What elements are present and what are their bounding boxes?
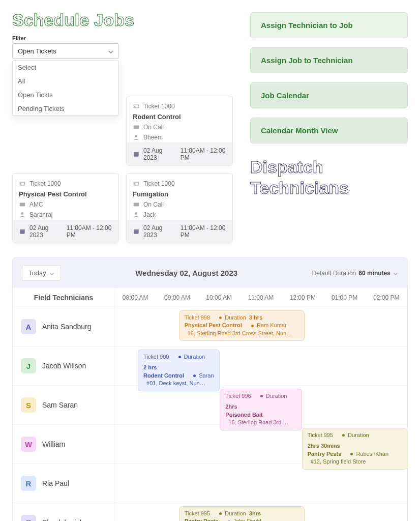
- assign-technician-to-job-button[interactable]: Assign Technician to Job: [250, 12, 408, 38]
- job-contact: John David: [233, 517, 261, 521]
- timeline-date: Wednesday 02, August 2023: [135, 269, 237, 277]
- technician-row: SSam SaranTicket 996 Duration 2hrsPoison…: [13, 386, 407, 425]
- time-column-header: 10:00 AM: [198, 288, 240, 307]
- job-duration: 2hrs: [225, 403, 237, 411]
- technician-name: Ria Paul: [42, 479, 69, 487]
- job-duration-label: Duration: [225, 314, 246, 322]
- svg-point-5: [135, 135, 138, 137]
- timeline-lane[interactable]: Ticket 996 Duration 2hrsPoisoned Bait 16…: [114, 386, 407, 424]
- job-card[interactable]: Ticket 996 Duration 2hrsPoisoned Bait 16…: [220, 389, 302, 430]
- svg-rect-4: [134, 126, 139, 129]
- assign-job-to-technician-button[interactable]: Assign Job to Technician: [250, 47, 408, 73]
- ticket-icon: [19, 180, 26, 187]
- ticket-time: 11:00AM - 12:00 PM: [67, 224, 112, 239]
- ticket-date: 02 Aug 2023: [143, 147, 171, 161]
- technician-name: Shank harish: [42, 518, 84, 521]
- time-column-header: 09:00 AM: [156, 288, 198, 307]
- job-duration: 2 hrs: [143, 364, 157, 371]
- ticket-technician: Jack: [143, 211, 156, 218]
- technician-cell[interactable]: SSam Saran: [13, 389, 114, 421]
- technician-name: William: [42, 440, 65, 448]
- job-card[interactable]: Ticket 900 Duration 2 hrsRodent Control …: [138, 350, 220, 391]
- timeline-lane[interactable]: Ticket 998 Duration 3 hrsPhysical Pest C…: [114, 307, 407, 346]
- filter-option[interactable]: Select: [13, 61, 118, 74]
- filter-option[interactable]: Open Tickts: [13, 88, 118, 102]
- filter-dropdown[interactable]: SelectAllOpen TicktsPending Tickets: [12, 60, 119, 116]
- job-service: Pantry Pests: [308, 450, 342, 458]
- ticket-service: Physical Pest Control: [13, 189, 118, 199]
- job-service: Poisoned Bait: [225, 411, 262, 419]
- timeline-lane[interactable]: Ticket 900 Duration 2 hrsRodent Control …: [114, 346, 407, 385]
- svg-point-13: [135, 212, 138, 215]
- calendar-icon: [19, 228, 26, 235]
- technician-cell[interactable]: AAnita Sandburg: [13, 311, 114, 342]
- ticket-id: Ticket 1000: [143, 103, 175, 110]
- technician-name: Anita Sandburg: [42, 323, 92, 331]
- technician-row: WWilliamTicket 995 Duration 2hrs 30minsP…: [13, 425, 407, 464]
- timeline-lane[interactable]: Ticket 995 Duration 3hrsPantry Pests Joh…: [114, 503, 407, 521]
- ticket-id: Ticket 1000: [143, 180, 175, 187]
- ticket-technician: Bheem: [143, 134, 163, 141]
- chevron-down-icon: [108, 47, 113, 55]
- ticket-icon: [133, 103, 140, 110]
- ticket-contract: AMC: [29, 201, 43, 208]
- job-calendar-button[interactable]: Job Calendar: [250, 82, 408, 108]
- job-duration-label: Duration: [225, 510, 246, 517]
- ticket-card[interactable]: Ticket 1000Physical Pest ControlAMCSaran…: [12, 173, 119, 243]
- job-duration: 3 hrs: [249, 314, 262, 322]
- svg-rect-8: [20, 203, 25, 207]
- dispatch-technicians-title: Dispatch Technicians: [250, 157, 408, 198]
- contract-icon: [19, 201, 26, 208]
- ticket-id: Ticket 1000: [29, 180, 61, 187]
- filter-option[interactable]: Pending Tickets: [13, 102, 118, 115]
- filter-select[interactable]: Open Tickets: [12, 43, 119, 59]
- job-duration: 3hrs: [249, 510, 261, 517]
- avatar: A: [21, 319, 36, 334]
- job-ticket: Ticket 995: [308, 431, 333, 439]
- timeline-lane[interactable]: [114, 464, 407, 503]
- technician-row: RRia Paul: [13, 464, 407, 503]
- calendar-icon: [133, 228, 140, 235]
- job-duration-label: Duration: [348, 431, 369, 439]
- svg-rect-12: [134, 203, 139, 207]
- job-card[interactable]: Ticket 995 Duration 2hrs 30minsPantry Pe…: [302, 428, 407, 470]
- user-icon: [133, 211, 140, 218]
- job-service: Rodent Control: [143, 372, 184, 380]
- technician-row: TShank harishTicket 995 Duration 3hrsPan…: [13, 503, 407, 521]
- technician-cell[interactable]: WWilliam: [13, 428, 114, 460]
- default-duration-select[interactable]: Default Duration 60 minutes: [312, 270, 398, 277]
- filter-option[interactable]: All: [13, 74, 118, 88]
- field-technicians-header: Field Technicians: [13, 288, 114, 307]
- technician-cell[interactable]: JJacob Willson: [13, 350, 114, 382]
- technician-name: Jacob Willson: [42, 362, 86, 370]
- calendar-icon: [133, 151, 140, 158]
- avatar: R: [21, 476, 36, 491]
- technician-cell[interactable]: RRia Paul: [13, 468, 114, 499]
- job-card[interactable]: Ticket 998 Duration 3 hrsPhysical Pest C…: [179, 310, 305, 341]
- time-column-header: 02:00 PM: [366, 288, 407, 307]
- job-address: 16, Sterling Road 3rd Cross Street, Nun…: [188, 330, 292, 337]
- job-duration-label: Duration: [184, 353, 205, 361]
- user-icon: [19, 211, 26, 218]
- today-button[interactable]: Today: [22, 265, 61, 281]
- today-label: Today: [28, 269, 46, 277]
- job-ticket: Ticket 900: [143, 353, 169, 361]
- time-column-header: 12:00 PM: [282, 288, 323, 307]
- ticket-card[interactable]: Ticket 1000FumigationOn CallJack02 Aug 2…: [126, 173, 233, 243]
- contract-icon: [133, 124, 140, 131]
- chevron-down-icon: [49, 269, 54, 277]
- job-duration: 2hrs 30mins: [308, 442, 340, 450]
- schedule-jobs-title: Schedule Jobs: [12, 10, 236, 30]
- ticket-contract: On Call: [143, 124, 164, 131]
- job-card[interactable]: Ticket 995 Duration 3hrsPantry Pests Joh…: [179, 506, 305, 521]
- user-icon: [133, 134, 140, 141]
- calendar-month-view-button[interactable]: Calendar Month View: [250, 118, 408, 143]
- timeline-lane[interactable]: Ticket 995 Duration 2hrs 30minsPantry Pe…: [114, 425, 407, 464]
- svg-rect-15: [134, 229, 138, 230]
- time-column-header: 01:00 PM: [323, 288, 365, 307]
- technician-cell[interactable]: TShank harish: [13, 507, 114, 521]
- job-contact: RubeshKhan: [356, 450, 388, 458]
- chevron-down-icon: [393, 270, 398, 277]
- ticket-card[interactable]: Ticket 1000Rodent ControlOn CallBheem02 …: [126, 96, 233, 166]
- contract-icon: [133, 201, 140, 208]
